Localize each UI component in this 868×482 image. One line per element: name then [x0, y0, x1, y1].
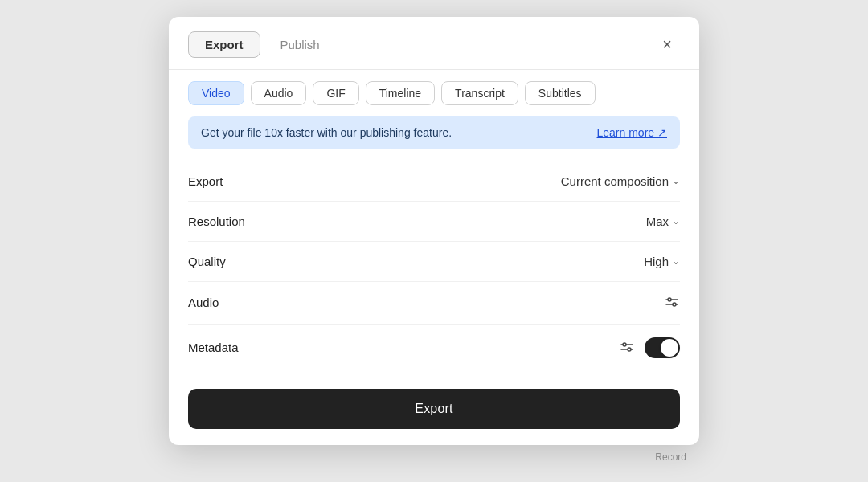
metadata-toggle[interactable] [645, 337, 680, 358]
chevron-down-icon: ⌄ [672, 215, 680, 227]
sub-tabs-bar: Video Audio GIF Timeline Transcript Subt… [169, 70, 699, 113]
resolution-value-text: Max [646, 214, 669, 228]
setting-label-export: Export [188, 174, 223, 188]
setting-value-resolution[interactable]: Max ⌄ [646, 214, 680, 228]
dialog-backdrop: Export Publish × Video Audio GIF Timelin… [169, 17, 699, 466]
svg-point-2 [668, 298, 671, 301]
metadata-controls [619, 337, 680, 358]
sliders-icon [664, 295, 680, 311]
toggle-thumb [661, 339, 678, 357]
info-banner: Get your file 10x faster with our publis… [188, 116, 680, 149]
export-value-text: Current composition [561, 174, 669, 188]
learn-more-link[interactable]: Learn more ↗ [597, 126, 667, 139]
setting-label-quality: Quality [188, 255, 226, 268]
subtab-timeline[interactable]: Timeline [366, 81, 435, 105]
sliders-icon [619, 340, 635, 356]
subtab-subtitles[interactable]: Subtitles [525, 81, 596, 105]
chevron-down-icon: ⌄ [672, 255, 680, 267]
setting-row-export: Export Current composition ⌄ [188, 161, 680, 202]
svg-point-3 [673, 303, 676, 306]
tab-export[interactable]: Export [188, 31, 260, 58]
header-tabs: Export Publish [188, 31, 337, 58]
setting-row-resolution: Resolution Max ⌄ [188, 202, 680, 242]
metadata-sliders-button[interactable] [619, 340, 635, 356]
subtab-gif[interactable]: GIF [313, 81, 358, 105]
setting-row-metadata: Metadata [188, 325, 680, 371]
subtab-audio[interactable]: Audio [251, 81, 307, 105]
setting-row-quality: Quality High ⌄ [188, 242, 680, 282]
export-footer: Export [169, 376, 699, 445]
setting-row-audio: Audio [188, 282, 680, 325]
setting-label-audio: Audio [188, 296, 219, 309]
subtab-transcript[interactable]: Transcript [441, 81, 518, 105]
dialog-header: Export Publish × [169, 17, 699, 70]
quality-value-text: High [644, 255, 669, 268]
setting-value-export[interactable]: Current composition ⌄ [561, 174, 680, 188]
audio-sliders-button[interactable] [664, 295, 680, 311]
tab-publish[interactable]: Publish [264, 31, 337, 58]
banner-text: Get your file 10x faster with our publis… [201, 126, 452, 139]
export-dialog: Export Publish × Video Audio GIF Timelin… [169, 17, 699, 445]
record-hint: Record [655, 451, 686, 463]
chevron-down-icon: ⌄ [672, 175, 680, 186]
svg-point-7 [628, 348, 631, 351]
setting-value-quality[interactable]: High ⌄ [644, 255, 680, 268]
svg-point-6 [623, 343, 626, 346]
setting-label-metadata: Metadata [188, 341, 239, 354]
close-button[interactable]: × [654, 31, 680, 57]
subtab-video[interactable]: Video [188, 81, 244, 105]
bottom-hint-area: Record [169, 445, 699, 466]
export-button[interactable]: Export [188, 389, 680, 429]
settings-area: Export Current composition ⌄ Resolution … [169, 157, 699, 376]
setting-label-resolution: Resolution [188, 214, 245, 228]
